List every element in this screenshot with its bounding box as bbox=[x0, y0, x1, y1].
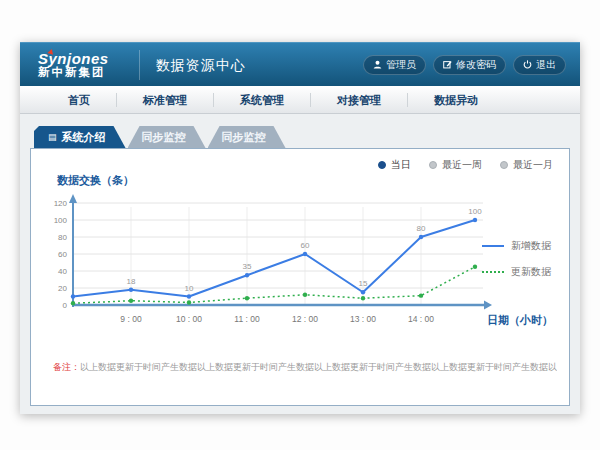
svg-text:100: 100 bbox=[468, 207, 482, 216]
radio-icon bbox=[429, 161, 437, 169]
legend-label: 新增数据 bbox=[511, 239, 551, 253]
logo-accent-icon bbox=[47, 48, 54, 55]
tab-system-intro[interactable]: ▤ 系统介绍 bbox=[34, 126, 126, 148]
radio-icon bbox=[378, 161, 386, 169]
logo-subtext: 新中新集团 bbox=[38, 66, 109, 78]
user-icon bbox=[373, 60, 382, 69]
nav-item-standard-mgmt[interactable]: 标准管理 bbox=[116, 93, 213, 107]
power-icon bbox=[523, 60, 532, 69]
user-button[interactable]: 管理员 bbox=[363, 55, 426, 75]
line-chart: 0204060801001209 : 0010 : 0011 : 0012 : … bbox=[41, 193, 511, 343]
legend-item-new-data[interactable]: 新增数据 bbox=[482, 239, 551, 253]
tab-label: 同步监控 bbox=[222, 126, 266, 148]
nav-item-system-mgmt[interactable]: 系统管理 bbox=[213, 93, 310, 107]
svg-text:10 : 00: 10 : 00 bbox=[176, 314, 202, 324]
page-title: 数据资源中心 bbox=[139, 50, 246, 80]
filter-label: 最近一月 bbox=[513, 158, 553, 172]
x-axis-title: 日期（小时） bbox=[487, 313, 553, 328]
footnote-prefix: 备注： bbox=[53, 362, 80, 372]
svg-text:11 : 00: 11 : 00 bbox=[234, 314, 260, 324]
legend-label: 更新数据 bbox=[511, 265, 551, 279]
footnote: 备注：以上数据更新于时间产生数据以上数据更新于时间产生数据以上数据更新于时间产生… bbox=[53, 361, 557, 374]
svg-text:120: 120 bbox=[54, 199, 68, 208]
svg-text:18: 18 bbox=[127, 277, 136, 286]
svg-text:13 : 00: 13 : 00 bbox=[350, 314, 376, 324]
footnote-text: 以上数据更新于时间产生数据以上数据更新于时间产生数据以上数据更新于时间产生数据以… bbox=[80, 362, 557, 372]
svg-text:0: 0 bbox=[63, 301, 68, 310]
svg-text:12 : 00: 12 : 00 bbox=[292, 314, 318, 324]
user-menu: 管理员 修改密码 退出 bbox=[363, 55, 566, 75]
nav-item-interface-mgmt[interactable]: 对接管理 bbox=[310, 93, 407, 107]
svg-text:35: 35 bbox=[243, 262, 252, 271]
filter-label: 最近一周 bbox=[442, 158, 482, 172]
svg-text:9 : 00: 9 : 00 bbox=[120, 314, 142, 324]
tab-sync-monitor-2[interactable]: 同步监控 bbox=[208, 126, 286, 148]
tab-label: 系统介绍 bbox=[62, 126, 106, 148]
logout-button[interactable]: 退出 bbox=[513, 55, 566, 75]
nav-item-home[interactable]: 首页 bbox=[42, 93, 116, 107]
nav-item-data-change[interactable]: 数据异动 bbox=[407, 93, 504, 107]
svg-text:10: 10 bbox=[185, 284, 194, 293]
change-password-button[interactable]: 修改密码 bbox=[433, 55, 506, 75]
legend-item-updated-data[interactable]: 更新数据 bbox=[482, 265, 551, 279]
svg-text:14 : 00: 14 : 00 bbox=[408, 314, 434, 324]
svg-text:40: 40 bbox=[58, 267, 67, 276]
legend-line-solid-icon bbox=[482, 245, 504, 247]
tab-row: ▤ 系统介绍 同步监控 同步监控 bbox=[34, 126, 570, 148]
brand-logo: Synjones 新中新集团 bbox=[38, 51, 125, 79]
filter-option-today[interactable]: 当日 bbox=[378, 158, 411, 172]
change-password-label: 修改密码 bbox=[456, 58, 496, 72]
chart-panel: 当日 最近一周 最近一月 数据交换（条） 0204060801001209 : … bbox=[30, 148, 570, 406]
filter-option-last-week[interactable]: 最近一周 bbox=[429, 158, 482, 172]
app-header: Synjones 新中新集团 数据资源中心 管理员 修改密码 退出 bbox=[20, 42, 580, 86]
svg-text:80: 80 bbox=[417, 224, 426, 233]
filter-option-last-month[interactable]: 最近一月 bbox=[500, 158, 553, 172]
chart-legend: 新增数据 更新数据 bbox=[482, 239, 551, 279]
y-axis-title: 数据交换（条） bbox=[57, 173, 134, 188]
tab-label: 同步监控 bbox=[142, 126, 186, 148]
app-window: Synjones 新中新集团 数据资源中心 管理员 修改密码 退出 首页 标准管… bbox=[20, 42, 580, 414]
logout-label: 退出 bbox=[536, 58, 556, 72]
svg-text:60: 60 bbox=[58, 250, 67, 259]
user-button-label: 管理员 bbox=[386, 58, 416, 72]
main-nav: 首页 标准管理 系统管理 对接管理 数据异动 bbox=[20, 86, 580, 114]
document-icon: ▤ bbox=[48, 133, 57, 142]
radio-icon bbox=[500, 161, 508, 169]
svg-text:60: 60 bbox=[301, 241, 310, 250]
svg-text:80: 80 bbox=[58, 233, 67, 242]
svg-text:20: 20 bbox=[58, 284, 67, 293]
content-area: ▤ 系统介绍 同步监控 同步监控 当日 最近一周 bbox=[20, 114, 580, 414]
svg-text:100: 100 bbox=[54, 216, 68, 225]
filter-label: 当日 bbox=[391, 158, 411, 172]
svg-text:15: 15 bbox=[359, 279, 368, 288]
legend-line-dotted-icon bbox=[482, 271, 504, 273]
edit-icon bbox=[443, 60, 452, 69]
time-range-filter: 当日 最近一周 最近一月 bbox=[378, 158, 553, 172]
tab-sync-monitor-1[interactable]: 同步监控 bbox=[128, 126, 206, 148]
